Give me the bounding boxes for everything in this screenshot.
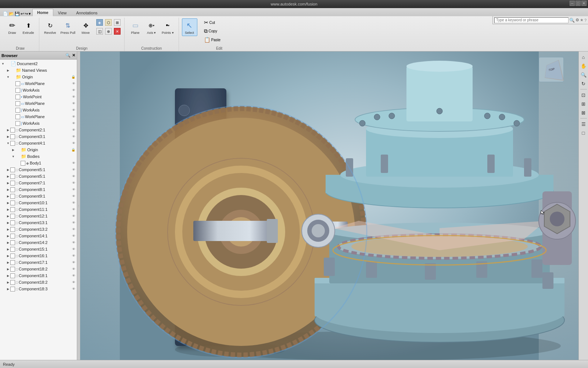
cut-button[interactable]: ✂ Cut [202,18,223,26]
paste-button[interactable]: 📋 Paste [202,36,223,44]
tree-item-workplane1[interactable]: ▭ WorkPlane 👁 [0,80,77,87]
settings-icon[interactable]: ⚙ [576,18,579,22]
tree-item-body1[interactable]: ◆ Body1 👁 [0,160,77,166]
tree-item-comp7[interactable]: ▶ □ Component7:1 👁 [0,180,77,186]
help-icon[interactable]: ? [584,18,587,22]
tree-item-comp13[interactable]: ▶ □ Component13:1 👁 [0,219,77,226]
close-button[interactable]: ✕ [581,1,587,6]
tree-item-workaxis3[interactable]: | WorkAxis 👁 [0,120,77,127]
svg-rect-21 [315,280,564,316]
draw-button[interactable]: ✏ Draw [4,18,20,36]
design-tool-2[interactable]: ⬡ [104,18,112,26]
revolve-button[interactable]: ↻ Revolve [42,18,58,36]
tree-item-comp6[interactable]: ▶ □ Component5:1 👁 [0,173,77,180]
pan-button[interactable]: ✋ [580,62,588,70]
tree-item-comp14[interactable]: ▶ □ Component14:1 👁 [0,233,77,239]
panel-resize-handle[interactable]: ⋮ [77,52,80,360]
fit-view-button[interactable]: ⊡ [580,91,588,99]
view-cube[interactable]: TOP [539,57,564,82]
tree-item-workplane2[interactable]: ▭ WorkPlane 👁 [0,100,77,107]
undo-icon[interactable]: ↩ [21,11,24,16]
tree-item-workplane3[interactable]: ▭ WorkPlane 👁 [0,113,77,120]
ribbon-group-construction: ▭ Plane ⊕▾ Axis ▾ •▾ Points ▾ Constructi… [125,18,179,51]
tree-item-comp18c[interactable]: ▶ □ Component18:2 👁 [0,279,77,286]
redo-icon[interactable]: ↪ [25,11,28,16]
ribbon-group-draw: ✏ Draw ⬆ Extrude Draw [1,18,39,51]
tree-item-comp11[interactable]: ▶ □ Component11:1 👁 [0,206,77,213]
orbit-button[interactable]: ↻ [580,79,588,88]
tree-item-workaxis1[interactable]: | WorkAxis 👁 [0,87,77,93]
tree-item-workaxis2[interactable]: | WorkAxis 👁 [0,107,77,113]
save-icon[interactable]: 💾 [15,11,20,16]
tree-item-comp2[interactable]: ▶ □ Component2:1 👁 [0,127,77,133]
tab-home[interactable]: Home [32,9,53,16]
design-tool-6[interactable]: ✕ [113,27,121,35]
select-button[interactable]: ↖ Select [182,18,197,36]
browser-search-icon[interactable]: 🔍 [65,53,71,58]
display-settings-button[interactable]: ☰ [580,120,588,128]
move-button[interactable]: ✥ Move [78,18,93,36]
browser-close-icon[interactable]: ✕ [72,53,75,58]
design-tool-1[interactable]: ◈ [96,18,104,26]
searchbar: 🔍 ⚙ ★ ? [492,16,588,24]
gear-viewport[interactable] [80,52,578,360]
svg-point-4 [179,105,190,116]
svg-rect-52 [542,272,553,289]
axis-button[interactable]: ⊕▾ Axis ▾ [144,18,159,36]
tree-item-comp12[interactable]: ▶ □ Component12:1 👁 [0,213,77,219]
maximize-button[interactable]: □ [576,1,581,6]
tab-annotations[interactable]: Annotations [71,9,102,16]
tree-item-comp4[interactable]: ▼ □ Component4:1 👁 [0,140,77,146]
dropdown-arrow[interactable]: ▾ [29,11,31,16]
tree-item-comp3[interactable]: ▶ □ Component3:1 👁 [0,133,77,140]
minimize-button[interactable]: ─ [570,1,575,6]
snap-button[interactable]: ⊠ [580,109,588,117]
design-tool-5[interactable]: ⊛ [104,27,112,35]
grid-button[interactable]: ⊞ [580,100,588,108]
tree-item-origin[interactable]: ▼ 📁 Origin 🔒 [0,74,77,80]
tree-item-comp18d[interactable]: ▶ □ Component18:3 👁 [0,286,77,292]
svg-rect-55 [487,155,495,173]
tree-item-comp9[interactable]: ▶ □ Component9:1 👁 [0,193,77,199]
ribbon-group-design: ↻ Revolve ⇅ Press Pull ✥ Move ◈ [39,18,125,51]
extrude-button[interactable]: ⬆ Extrude [21,18,36,36]
tree-item-comp15[interactable]: ▶ □ Component15:1 👁 [0,246,77,252]
tree-item-origin2[interactable]: ▶ 📁 Origin 🔒 [0,146,77,153]
plane-button[interactable]: ▭ Plane [128,18,143,36]
tree-item-named-views[interactable]: ▶ 📁 Named Views [0,67,77,74]
browser-tree: ▼ 📄 Document2 ▶ 📁 Named Views ▼ 📁 Origin… [0,60,77,360]
tab-view[interactable]: View [53,9,72,16]
tree-item-comp10[interactable]: ▶ □ Component10:1 👁 [0,199,77,206]
cut-icon: ✂ [204,20,208,25]
star-icon[interactable]: ★ [580,18,584,22]
design-tool-4[interactable]: ◫ [96,27,104,35]
press-pull-button[interactable]: ⇅ Press Pull [59,18,78,36]
tree-item-workpoint1[interactable]: • WorkPoint 👁 [0,93,77,100]
copy-button[interactable]: ⧉ Copy [202,27,223,35]
tree-item-comp13b[interactable]: ▶ □ Component13:2 👁 [0,226,77,233]
points-button[interactable]: •▾ Points ▾ [160,18,176,36]
open-icon[interactable]: 📂 [9,11,14,16]
viewport-3d[interactable]: TOP [80,52,578,360]
search-icon[interactable]: 🔍 [569,18,575,23]
window-controls[interactable]: ─ □ ✕ [570,1,587,6]
svg-point-36 [499,114,505,120]
tree-item-comp8[interactable]: ▶ □ Component8:1 👁 [0,186,77,193]
tree-item-comp16[interactable]: ▶ □ Component16:1 👁 [0,252,77,259]
tree-item-bodies[interactable]: ▼ 📁 Bodies [0,153,77,160]
status-text: Ready [3,362,15,367]
design-tool-3[interactable]: ⊞ [113,18,121,26]
tree-item-comp14b[interactable]: ▶ □ Component14:2 👁 [0,239,77,246]
tree-item-comp18b[interactable]: ▶ □ Component18:2 👁 [0,266,77,272]
zoom-button[interactable]: 🔍 [580,71,588,79]
tree-item-comp17[interactable]: ▶ □ Component17:1 👁 [0,259,77,266]
search-input[interactable] [494,17,569,23]
tree-item-comp18[interactable]: ▶ □ Component18:1 👁 [0,272,77,279]
tree-item-doc[interactable]: ▼ 📄 Document2 [0,60,77,67]
tree-item-comp5[interactable]: ▶ □ Component5:1 👁 [0,166,77,173]
nav-home-button[interactable]: ⌂ [580,53,588,61]
svg-point-39 [389,113,395,119]
new-icon[interactable]: 📄 [3,11,8,16]
screenshot-button[interactable]: □ [580,129,588,137]
svg-point-34 [374,114,380,120]
